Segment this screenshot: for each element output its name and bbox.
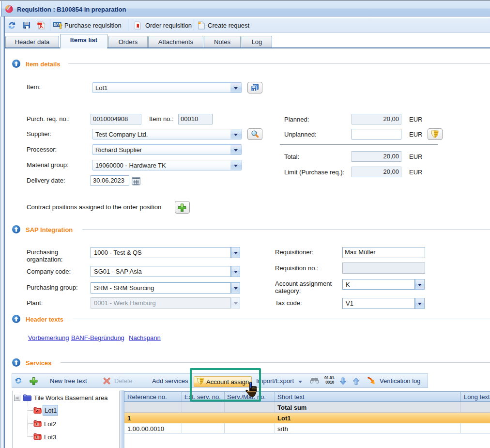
- svg-text:Z: Z: [36, 409, 38, 413]
- svg-text:L: L: [36, 422, 39, 426]
- svg-text:L: L: [36, 435, 39, 439]
